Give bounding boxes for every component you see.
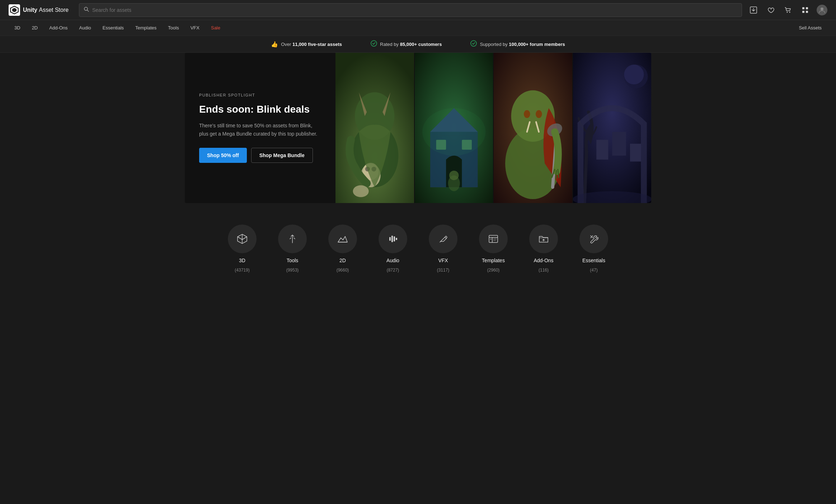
pen-icon bbox=[437, 233, 449, 245]
avatar[interactable] bbox=[817, 5, 827, 15]
nav: 3D 2D Add-Ons Audio Essentials Templates… bbox=[0, 20, 836, 36]
hero-text: PUBLISHER SPOTLIGHT Ends soon: Blink dea… bbox=[185, 53, 335, 203]
trust-item-3: Supported by 100,000+ forum members bbox=[470, 40, 565, 48]
category-label-essentials: Essentials bbox=[582, 258, 605, 263]
category-circle-2d bbox=[328, 225, 357, 253]
category-item-templates[interactable]: Templates (2960) bbox=[475, 225, 511, 273]
unity-logo-icon bbox=[9, 4, 20, 16]
shop-50-button[interactable]: Shop 50% off bbox=[199, 148, 247, 163]
svg-point-4 bbox=[787, 11, 788, 13]
avatar-icon bbox=[818, 6, 826, 14]
category-item-tools[interactable]: Tools (9953) bbox=[274, 225, 310, 273]
cart-icon bbox=[784, 6, 792, 14]
hero-title: Ends soon: Blink deals bbox=[199, 103, 321, 116]
svg-rect-6 bbox=[802, 7, 804, 9]
svg-rect-8 bbox=[802, 11, 804, 13]
trust-bar: 👍 Over 11,000 five-star assets Rated by … bbox=[0, 36, 836, 53]
categories-grid: 3D (43719) Tools (9953) 2D (96 bbox=[185, 225, 651, 273]
hero-image-3 bbox=[493, 53, 572, 203]
folder-icon bbox=[537, 233, 550, 245]
nav-item-templates[interactable]: Templates bbox=[130, 21, 162, 35]
category-circle-templates bbox=[479, 225, 508, 253]
category-count-2d: (9660) bbox=[337, 268, 349, 273]
svg-rect-44 bbox=[396, 238, 397, 240]
category-label-2d: 2D bbox=[339, 258, 346, 263]
hero-images bbox=[335, 53, 651, 203]
svg-rect-41 bbox=[389, 237, 391, 241]
header: Unity Asset Store bbox=[0, 0, 836, 20]
svg-point-27 bbox=[449, 171, 459, 180]
category-circle-essentials bbox=[579, 225, 608, 253]
category-count-addons: (116) bbox=[539, 268, 549, 273]
svg-point-5 bbox=[789, 11, 790, 13]
nav-item-audio[interactable]: Audio bbox=[74, 21, 97, 35]
categories-section: 3D (43719) Tools (9953) 2D (96 bbox=[0, 210, 836, 294]
category-count-3d: (43719) bbox=[235, 268, 249, 273]
nav-item-sale[interactable]: Sale bbox=[205, 21, 226, 35]
search-input[interactable] bbox=[92, 7, 737, 13]
download-button[interactable] bbox=[748, 4, 759, 16]
hero-image-3-svg bbox=[494, 53, 572, 203]
trust-item-2: Rated by 85,000+ customers bbox=[371, 40, 442, 48]
svg-rect-35 bbox=[596, 140, 608, 160]
category-item-essentials[interactable]: Essentials (47) bbox=[576, 225, 612, 273]
category-item-audio[interactable]: Audio (8727) bbox=[375, 225, 411, 273]
svg-rect-7 bbox=[806, 7, 808, 9]
mountain-icon bbox=[337, 233, 349, 245]
svg-rect-48 bbox=[493, 240, 496, 241]
hero-image-2 bbox=[414, 53, 493, 203]
category-label-tools: Tools bbox=[287, 258, 299, 263]
hero-image-2-svg bbox=[415, 53, 493, 203]
svg-line-2 bbox=[87, 10, 89, 11]
logo[interactable]: Unity Asset Store bbox=[9, 4, 73, 16]
audio-icon bbox=[387, 233, 399, 245]
wishlist-button[interactable] bbox=[765, 4, 776, 16]
check-icon-2 bbox=[470, 40, 477, 48]
category-circle-addons bbox=[529, 225, 558, 253]
svg-point-32 bbox=[536, 110, 542, 118]
hero-section: PUBLISHER SPOTLIGHT Ends soon: Blink dea… bbox=[0, 53, 836, 210]
svg-point-39 bbox=[624, 65, 644, 84]
shop-mega-bundle-button[interactable]: Shop Mega Bundle bbox=[251, 148, 313, 163]
trust-text-3: Supported by 100,000+ forum members bbox=[480, 42, 565, 47]
category-item-addons[interactable]: Add-Ons (116) bbox=[526, 225, 562, 273]
nav-sell-assets[interactable]: Sell Assets bbox=[793, 21, 827, 35]
category-item-3d[interactable]: 3D (43719) bbox=[224, 225, 260, 273]
category-item-vfx[interactable]: VFX (3117) bbox=[425, 225, 461, 273]
heart-icon bbox=[767, 6, 775, 14]
cube-icon bbox=[236, 233, 248, 245]
nav-item-essentials[interactable]: Essentials bbox=[97, 21, 130, 35]
svg-rect-37 bbox=[630, 144, 641, 162]
cart-button[interactable] bbox=[782, 4, 794, 16]
category-count-tools: (9953) bbox=[286, 268, 299, 273]
category-count-vfx: (3117) bbox=[437, 268, 450, 273]
hero-image-1-svg bbox=[335, 53, 414, 203]
svg-rect-42 bbox=[391, 236, 393, 242]
hero-inner: PUBLISHER SPOTLIGHT Ends soon: Blink dea… bbox=[185, 53, 651, 203]
wrench-icon bbox=[588, 233, 600, 245]
svg-point-11 bbox=[371, 41, 377, 46]
trust-bold-3: 100,000+ forum members bbox=[509, 42, 565, 47]
search-bar[interactable] bbox=[79, 3, 742, 17]
nav-item-tools[interactable]: Tools bbox=[162, 21, 184, 35]
nav-item-2d[interactable]: 2D bbox=[26, 21, 44, 35]
thumbs-up-icon: 👍 bbox=[271, 41, 278, 48]
category-label-vfx: VFX bbox=[438, 258, 448, 263]
grid-button[interactable] bbox=[799, 4, 811, 16]
download-icon bbox=[750, 6, 757, 14]
svg-point-10 bbox=[821, 8, 823, 10]
hero-description: There's still time to save 50% on assets… bbox=[199, 122, 321, 138]
trust-bold-2: 85,000+ customers bbox=[400, 42, 442, 47]
trust-text-2: Rated by 85,000+ customers bbox=[380, 42, 442, 47]
hero-image-4-svg bbox=[573, 53, 652, 203]
nav-item-addons[interactable]: Add-Ons bbox=[43, 21, 73, 35]
svg-point-31 bbox=[524, 110, 530, 118]
svg-rect-36 bbox=[612, 132, 626, 156]
logo-text: Unity Asset Store bbox=[23, 7, 69, 13]
category-item-2d[interactable]: 2D (9660) bbox=[325, 225, 361, 273]
svg-rect-9 bbox=[806, 11, 808, 13]
nav-item-3d[interactable]: 3D bbox=[9, 21, 26, 35]
trust-text-1: Over 11,000 five-star assets bbox=[281, 42, 342, 47]
category-circle-vfx bbox=[429, 225, 457, 253]
nav-item-vfx[interactable]: VFX bbox=[185, 21, 205, 35]
